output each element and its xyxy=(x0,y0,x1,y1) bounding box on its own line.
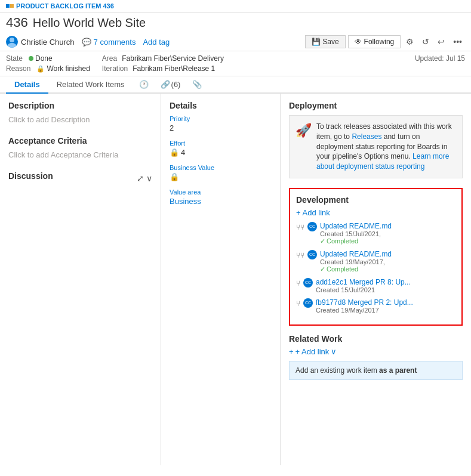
action-buttons: 💾 Save 👁 Following ⚙ ↺ ↩ ••• xyxy=(305,35,465,48)
iteration-value: Fabrikam Fiber\Release 1 xyxy=(133,64,215,73)
dev-item-meta-1: Created 15/Jul/2021, xyxy=(320,230,455,237)
related-add-icon: + xyxy=(289,347,294,356)
tab-related-work-items[interactable]: Related Work Items xyxy=(48,76,133,94)
item-number: 436 xyxy=(6,15,28,30)
description-title: Description xyxy=(8,101,152,110)
dev-avatar-3: CC xyxy=(303,278,313,288)
state-value: Done xyxy=(29,54,53,63)
reason-value: 🔒 Work finished xyxy=(36,64,90,73)
business-value-field: Business Value 🔒 xyxy=(170,164,272,181)
dev-item: ⑂⑂ CC Updated README.md Created 15/Jul/2… xyxy=(296,222,455,245)
priority-field: Priority 2 xyxy=(170,115,272,132)
branch-icon-2: ⑂⑂ xyxy=(296,251,304,259)
link-icon: 🔗 xyxy=(161,80,170,89)
check-icon-1: ✓ xyxy=(320,237,325,245)
history-icon: 🕐 xyxy=(139,80,149,89)
discussion-icons: ⤢ ∨ xyxy=(137,174,152,183)
value-area-label: Value area xyxy=(170,188,272,196)
svg-point-1 xyxy=(8,43,16,48)
deployment-section: Deployment 🚀 To track releases associate… xyxy=(289,101,463,178)
state-label: State xyxy=(6,54,23,63)
tab-details[interactable]: Details xyxy=(6,76,48,94)
dev-item-content-4: fb9177d8 Merged PR 2: Upd... Created 19/… xyxy=(316,298,455,314)
deployment-icon: 🚀 xyxy=(295,122,312,140)
comments-button[interactable]: 💬 7 comments xyxy=(82,38,136,47)
save-button[interactable]: 💾 Save xyxy=(305,35,345,48)
deployment-title: Deployment xyxy=(289,101,463,110)
dev-avatar-2: CC xyxy=(307,250,317,259)
deployment-box: 🚀 To track releases associated with this… xyxy=(289,115,463,178)
deployment-text: To track releases associated with this w… xyxy=(316,122,456,172)
details-title: Details xyxy=(170,101,272,110)
related-existing-label: Add an existing work item xyxy=(295,366,377,375)
tab-attachments[interactable]: 📎 xyxy=(186,76,208,92)
title-row: 436 Hello World Web Site xyxy=(0,13,471,33)
expand-icon[interactable]: ⤢ xyxy=(137,174,144,183)
tab-history[interactable]: 🕐 xyxy=(133,76,155,92)
dev-item-link-1[interactable]: Updated README.md xyxy=(320,222,392,230)
top-bar: PRODUCT BACKLOG ITEM 436 xyxy=(0,0,471,13)
tab-links[interactable]: 🔗 (6) xyxy=(155,76,187,92)
effort-lock-icon: 🔒 xyxy=(170,148,179,157)
collapse-icon[interactable]: ∨ xyxy=(146,174,152,183)
author-name: Christie Church xyxy=(21,38,75,47)
releases-link[interactable]: Releases xyxy=(352,132,381,141)
dev-add-link-button[interactable]: + Add link xyxy=(296,208,455,217)
following-button[interactable]: 👁 Following xyxy=(348,35,401,48)
discussion-header: Discussion ⤢ ∨ xyxy=(8,171,152,186)
product-icon xyxy=(6,4,14,8)
priority-label: Priority xyxy=(170,115,272,122)
branch-icon-3: ⑂ xyxy=(296,279,300,288)
related-add-label: + Add link xyxy=(295,347,330,356)
discussion-section: Discussion ⤢ ∨ xyxy=(8,171,152,186)
business-value-value: 🔒 xyxy=(170,172,272,181)
settings-button[interactable]: ⚙ xyxy=(403,35,417,48)
comments-count: 7 comments xyxy=(94,38,136,47)
acceptance-placeholder[interactable]: Click to add Acceptance Criteria xyxy=(8,150,152,159)
following-label: Following xyxy=(364,38,395,46)
branch-icon-1: ⑂⑂ xyxy=(296,223,304,231)
description-placeholder[interactable]: Click to add Description xyxy=(8,115,152,124)
add-tag-button[interactable]: Add tag xyxy=(143,38,170,47)
value-area-field: Value area Business xyxy=(170,188,272,206)
related-add-link-button[interactable]: + + Add link ∨ xyxy=(289,347,463,356)
priority-value[interactable]: 2 xyxy=(170,123,272,132)
dev-item-content-3: add1e2c1 Merged PR 8: Up... Created 15/J… xyxy=(316,278,455,293)
product-label: PRODUCT BACKLOG ITEM 436 xyxy=(6,2,114,10)
author-info: Christie Church xyxy=(6,36,75,48)
middle-panel: Details Priority 2 Effort 🔒 4 Business V… xyxy=(161,94,281,465)
development-section: Development + Add link ⑂⑂ CC Updated REA… xyxy=(289,188,463,326)
area-label: Area xyxy=(102,54,117,63)
save-icon: 💾 xyxy=(312,38,321,46)
related-work-title: Related Work xyxy=(289,334,463,344)
dev-item-link-4[interactable]: fb9177d8 Merged PR 2: Upd... xyxy=(316,298,413,307)
branch-icon-4: ⑂ xyxy=(296,299,300,308)
add-icon: + xyxy=(296,208,301,217)
dev-item-link-3[interactable]: add1e2c1 Merged PR 8: Up... xyxy=(316,278,411,286)
following-eye-icon: 👁 xyxy=(355,38,362,46)
related-existing-box[interactable]: Add an existing work item as a parent xyxy=(289,361,463,380)
dev-item-link-2[interactable]: Updated README.md xyxy=(320,250,392,258)
dev-item: ⑂ CC add1e2c1 Merged PR 8: Up... Created… xyxy=(296,278,455,293)
right-panel: Deployment 🚀 To track releases associate… xyxy=(281,94,471,465)
area-section: Area Fabrikam Fiber\Service Delivery Ite… xyxy=(102,54,403,73)
state-col: State Done Reason 🔒 Work finished xyxy=(6,54,90,73)
updated-date: Updated: Jul 15 xyxy=(415,54,465,63)
comments-icon: 💬 xyxy=(82,38,91,47)
effort-field: Effort 🔒 4 xyxy=(170,140,272,157)
lock-icon: 🔒 xyxy=(36,65,45,73)
learn-more-link[interactable]: Learn more about deployment status repor… xyxy=(316,152,449,171)
meta-row: State Done Reason 🔒 Work finished Area F… xyxy=(0,51,471,76)
related-chevron-icon: ∨ xyxy=(331,347,337,356)
dev-item: ⑂⑂ CC Updated README.md Created 19/May/2… xyxy=(296,250,455,273)
refresh-button[interactable]: ↺ xyxy=(419,35,432,48)
action-bar: Christie Church 💬 7 comments Add tag 💾 S… xyxy=(0,33,471,51)
business-lock-icon: 🔒 xyxy=(170,172,179,181)
value-area-value[interactable]: Business xyxy=(170,197,272,206)
tabs-bar: Details Related Work Items 🕐 🔗 (6) 📎 xyxy=(0,76,471,94)
more-button[interactable]: ••• xyxy=(450,35,465,48)
dev-item-meta-4: Created 19/May/2017 xyxy=(316,307,455,314)
dev-item-content-2: Updated README.md Created 19/May/2017, ✓… xyxy=(320,250,455,273)
undo-button[interactable]: ↩ xyxy=(435,35,448,48)
acceptance-title: Acceptance Criteria xyxy=(8,136,152,146)
